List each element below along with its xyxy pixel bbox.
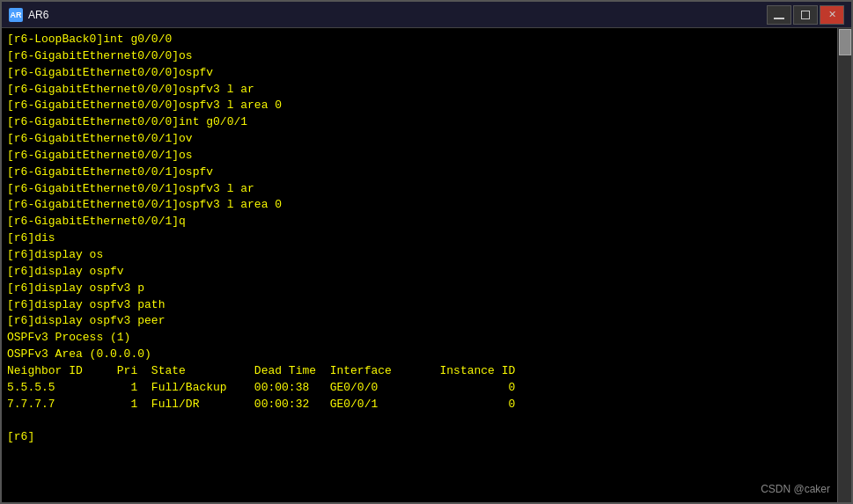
scrollbar-thumb[interactable]	[839, 29, 851, 55]
close-icon: ✕	[828, 9, 836, 20]
title-bar: AR AR6 ✕	[2, 2, 851, 28]
terminal-body[interactable]: [r6-LoopBack0]int g0/0/0 [r6-GigabitEthe…	[2, 28, 851, 502]
scrollbar[interactable]	[837, 28, 851, 502]
terminal-output: [r6-LoopBack0]int g0/0/0 [r6-GigabitEthe…	[7, 32, 846, 446]
watermark: CSDN @caker	[761, 483, 830, 495]
app-icon: AR	[9, 8, 23, 22]
maximize-icon	[801, 11, 810, 19]
minimize-icon	[774, 18, 784, 19]
window-controls: ✕	[767, 5, 844, 25]
terminal-window: AR AR6 ✕ [r6-LoopBack0]int g0/0/0 [r6-Gi…	[0, 0, 853, 504]
minimize-button[interactable]	[767, 5, 791, 25]
maximize-button[interactable]	[793, 5, 818, 25]
window-title: AR6	[28, 9, 48, 21]
close-button[interactable]: ✕	[820, 5, 844, 25]
title-bar-left: AR AR6	[9, 8, 48, 22]
